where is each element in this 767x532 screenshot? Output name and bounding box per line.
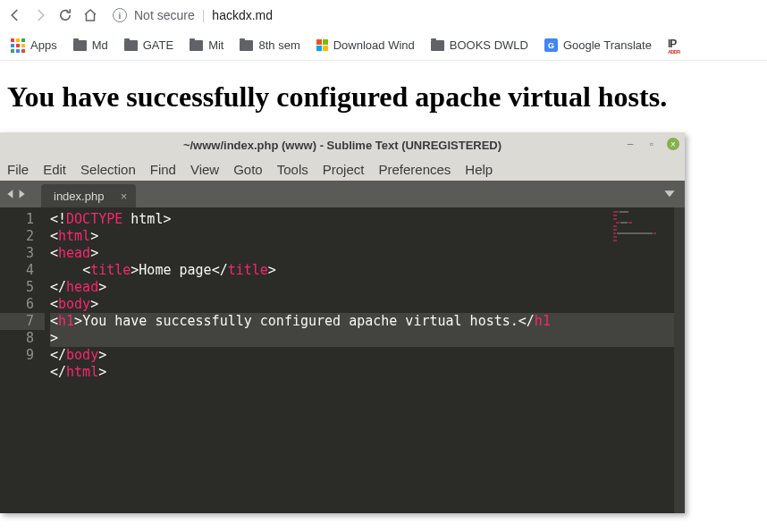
folder-icon: [190, 40, 203, 51]
tab-menu-button[interactable]: [663, 187, 676, 203]
editor-scrollbar[interactable]: [674, 207, 685, 513]
menu-tools[interactable]: Tools: [277, 162, 308, 177]
window-controls: – ▫ ×: [624, 138, 679, 150]
reload-button[interactable]: [57, 7, 73, 23]
bookmark-label: 8th sem: [258, 38, 299, 52]
bookmark-folder-md[interactable]: Md: [73, 38, 108, 52]
bookmark-translate[interactable]: G Google Translate: [544, 38, 652, 52]
bookmark-label: GATE: [143, 38, 173, 52]
tab-indexphp[interactable]: index.php ×: [41, 184, 136, 207]
menu-edit[interactable]: Edit: [43, 162, 66, 177]
bookmark-folder-8thsem[interactable]: 8th sem: [240, 38, 299, 52]
separator: |: [202, 8, 206, 22]
bookmark-folder-gate[interactable]: GATE: [124, 38, 173, 52]
editor-area[interactable]: 1 2 3 4 5 6 7 8 9 <!DOCTYPE html><html><…: [0, 207, 685, 513]
bookmarks-bar: Apps Md GATE Mit 8th sem Download Wind B…: [0, 30, 767, 61]
tab-bar: index.php ×: [0, 181, 685, 207]
minimize-button[interactable]: –: [624, 138, 636, 150]
bookmark-folder-books[interactable]: BOOKS DWLD: [431, 38, 528, 52]
bookmark-folder-mit[interactable]: Mit: [190, 38, 223, 52]
tab-label: index.php: [54, 190, 104, 203]
folder-icon: [124, 40, 138, 51]
browser-nav-bar: i Not secure | hackdx.md: [0, 0, 767, 30]
apps-label: Apps: [30, 38, 57, 52]
sublime-window: ~/www/index.php (www) - Sublime Text (UN…: [0, 132, 685, 513]
apps-icon: [11, 38, 25, 53]
bookmark-label: BOOKS DWLD: [450, 38, 528, 52]
folder-icon: [431, 40, 444, 51]
bookmark-label: Download Wind: [333, 38, 415, 52]
bookmark-label: Md: [92, 38, 108, 52]
code-content[interactable]: <!DOCTYPE html><html><head> <title>Home …: [45, 207, 685, 513]
menu-preferences[interactable]: Preferences: [378, 162, 451, 177]
bookmark-label: Mit: [208, 38, 223, 52]
apps-button[interactable]: Apps: [11, 38, 57, 53]
tab-prev-icon[interactable]: [5, 189, 16, 199]
line-gutter: 1 2 3 4 5 6 7 8 9: [0, 207, 45, 513]
menu-goto[interactable]: Goto: [233, 162, 263, 177]
menu-view[interactable]: View: [190, 162, 219, 177]
info-icon: i: [113, 8, 127, 22]
page-body: You have successfully configured apache …: [0, 61, 767, 133]
bookmark-download[interactable]: Download Wind: [316, 38, 415, 52]
address-bar[interactable]: i Not secure | hackdx.md: [113, 8, 273, 22]
minimap[interactable]: [613, 211, 679, 247]
tab-close-icon[interactable]: ×: [121, 190, 128, 203]
sublime-title: ~/www/index.php (www) - Sublime Text (UN…: [183, 139, 502, 152]
menu-file[interactable]: File: [7, 162, 29, 177]
security-label: Not secure: [134, 8, 195, 22]
menu-find[interactable]: Find: [150, 162, 176, 177]
url-text: hackdx.md: [212, 8, 273, 22]
forward-button[interactable]: [32, 7, 48, 23]
sublime-menu-bar: File Edit Selection Find View Goto Tools…: [0, 157, 685, 181]
tab-next-icon[interactable]: [16, 189, 27, 199]
back-button[interactable]: [7, 7, 23, 23]
microsoft-icon: [316, 39, 328, 51]
home-button[interactable]: [82, 7, 98, 23]
menu-selection[interactable]: Selection: [80, 162, 136, 177]
maximize-button[interactable]: ▫: [645, 138, 658, 150]
ip-icon: IPADDR: [668, 38, 679, 54]
tab-nav: [0, 181, 32, 207]
bookmark-label: Google Translate: [563, 38, 652, 52]
folder-icon: [73, 40, 87, 51]
menu-project[interactable]: Project: [323, 162, 365, 177]
page-heading: You have successfully configured apache …: [7, 80, 760, 114]
sublime-titlebar[interactable]: ~/www/index.php (www) - Sublime Text (UN…: [0, 132, 685, 157]
bookmark-ip[interactable]: IPADDR: [668, 38, 679, 54]
close-button[interactable]: ×: [667, 138, 679, 150]
menu-help[interactable]: Help: [465, 162, 493, 177]
folder-icon: [240, 40, 253, 51]
translate-icon: G: [544, 38, 558, 52]
